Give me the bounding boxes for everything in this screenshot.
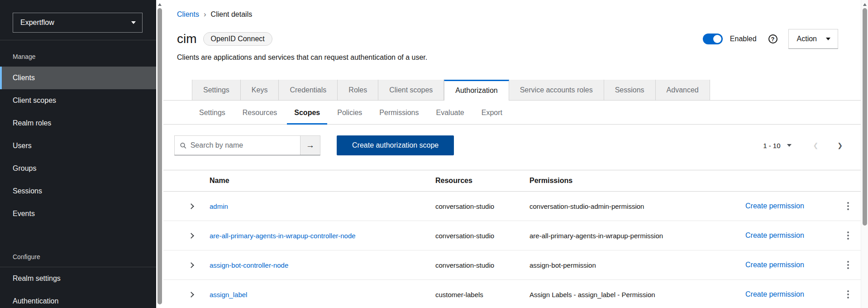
pagination: 1 - 10 ❮ ❯ bbox=[763, 142, 843, 149]
search-icon bbox=[180, 142, 186, 149]
chevron-right-icon bbox=[188, 203, 194, 209]
realm-name: Expertflow bbox=[20, 19, 54, 27]
nav-section-configure: Configure bbox=[0, 225, 156, 267]
breadcrumb-clients-link[interactable]: Clients bbox=[177, 10, 199, 19]
tab-sessions[interactable]: Sessions bbox=[604, 80, 656, 101]
main-content: Clients › Client details cim OpenID Conn… bbox=[163, 0, 861, 308]
chevron-down-icon bbox=[826, 38, 830, 40]
permission-cell: conversation-studio-admin-permission bbox=[529, 202, 745, 210]
sidebar-item-realm-settings[interactable]: Realm settings bbox=[0, 267, 156, 290]
client-header: cim OpenID Connect Enabled ? Action bbox=[177, 29, 838, 49]
tab-credentials[interactable]: Credentials bbox=[279, 80, 338, 101]
breadcrumb: Clients › Client details bbox=[177, 10, 861, 19]
sidebar-item-client-scopes[interactable]: Client scopes bbox=[0, 89, 156, 112]
permission-cell: are-all-primary-agents-in-wrapup-permiss… bbox=[529, 232, 745, 240]
resource-cell: conversation-studio bbox=[435, 261, 529, 269]
scrollbar-thumb[interactable] bbox=[157, 8, 162, 304]
client-tabs: Settings Keys Credentials Roles Client s… bbox=[163, 80, 861, 101]
action-dropdown-button[interactable]: Action bbox=[788, 29, 838, 49]
scopes-toolbar: → Create authorization scope 1 - 10 ❮ ❯ bbox=[174, 135, 843, 155]
scrollbar-thumb[interactable] bbox=[863, 8, 867, 226]
column-header-permissions: Permissions bbox=[529, 177, 745, 185]
scope-name-link[interactable]: assign_label bbox=[200, 291, 435, 298]
subtab-evaluate[interactable]: Evaluate bbox=[429, 101, 472, 125]
header-controls: Enabled ? Action bbox=[703, 29, 838, 49]
table-row: are-all-primary-agents-in-wrapup-control… bbox=[163, 221, 861, 250]
subtab-settings[interactable]: Settings bbox=[192, 101, 233, 125]
create-authorization-scope-button[interactable]: Create authorization scope bbox=[337, 135, 454, 155]
enabled-label: Enabled bbox=[730, 35, 757, 43]
sidebar-item-authentication[interactable]: Authentication bbox=[0, 290, 156, 308]
row-expander[interactable] bbox=[182, 288, 200, 301]
tab-settings[interactable]: Settings bbox=[192, 80, 241, 101]
tab-authorization[interactable]: Authorization bbox=[444, 80, 509, 101]
row-expander[interactable] bbox=[182, 200, 200, 213]
tab-keys[interactable]: Keys bbox=[241, 80, 279, 101]
subtab-scopes[interactable]: Scopes bbox=[287, 101, 327, 125]
table-header: Name Resources Permissions bbox=[163, 170, 861, 192]
sidebar-item-events[interactable]: Events bbox=[0, 202, 156, 225]
create-permission-link[interactable]: Create permission bbox=[745, 202, 835, 210]
page-scrollbar bbox=[861, 0, 868, 308]
subtab-export[interactable]: Export bbox=[474, 101, 510, 125]
pagination-range: 1 - 10 bbox=[763, 142, 780, 149]
kebab-menu-button[interactable] bbox=[844, 258, 852, 272]
table-row: assign-bot-controller-node conversation-… bbox=[163, 250, 861, 280]
row-expander[interactable] bbox=[182, 229, 200, 242]
chevron-right-icon bbox=[188, 292, 194, 298]
sidebar-item-realm-roles[interactable]: Realm roles bbox=[0, 112, 156, 135]
tab-advanced[interactable]: Advanced bbox=[656, 80, 710, 101]
table-row: admin conversation-studio conversation-s… bbox=[163, 192, 861, 221]
scope-name-link[interactable]: assign-bot-controller-node bbox=[200, 261, 435, 269]
scope-name-link[interactable]: are-all-primary-agents-in-wrapup-control… bbox=[200, 232, 435, 240]
kebab-menu-button[interactable] bbox=[844, 199, 852, 213]
sidebar-item-clients[interactable]: Clients bbox=[0, 67, 156, 89]
tab-roles[interactable]: Roles bbox=[338, 80, 378, 101]
authorization-scopes-table: Name Resources Permissions admin convers… bbox=[163, 170, 861, 308]
sidebar-item-users[interactable]: Users bbox=[0, 135, 156, 157]
resource-cell: conversation-studio bbox=[435, 232, 529, 240]
tab-client-scopes[interactable]: Client scopes bbox=[378, 80, 444, 101]
nav-section-manage: Manage bbox=[0, 40, 156, 67]
tab-service-accounts-roles[interactable]: Service accounts roles bbox=[509, 80, 604, 101]
authorization-subtabs: Settings Resources Scopes Policies Permi… bbox=[163, 101, 861, 125]
subtab-permissions[interactable]: Permissions bbox=[372, 101, 426, 125]
chevron-down-icon bbox=[787, 144, 792, 147]
breadcrumb-current: Client details bbox=[211, 10, 253, 19]
search-group: → bbox=[174, 135, 320, 155]
subtab-resources[interactable]: Resources bbox=[235, 101, 284, 125]
sidebar: Expertflow Manage Clients Client scopes … bbox=[0, 0, 156, 308]
realm-selector[interactable]: Expertflow bbox=[13, 13, 143, 33]
search-input[interactable] bbox=[191, 141, 296, 149]
search-box bbox=[175, 136, 300, 155]
sidebar-item-sessions[interactable]: Sessions bbox=[0, 180, 156, 202]
scope-name-link[interactable]: admin bbox=[200, 202, 435, 210]
protocol-badge: OpenID Connect bbox=[203, 32, 272, 46]
chevron-right-icon: › bbox=[204, 10, 206, 19]
resource-cell: customer-labels bbox=[435, 291, 529, 298]
pagination-range-dropdown[interactable]: 1 - 10 bbox=[763, 142, 791, 149]
page-title: cim bbox=[177, 32, 197, 46]
table-row: assign_label customer-labels Assign Labe… bbox=[163, 280, 861, 308]
column-header-name: Name bbox=[200, 177, 435, 185]
resource-cell: conversation-studio bbox=[435, 202, 529, 210]
create-permission-link[interactable]: Create permission bbox=[745, 261, 835, 269]
kebab-menu-button[interactable] bbox=[844, 229, 852, 242]
subtab-policies[interactable]: Policies bbox=[330, 101, 369, 125]
sidebar-item-groups[interactable]: Groups bbox=[0, 157, 156, 180]
sidebar-nav: Manage Clients Client scopes Realm roles… bbox=[0, 40, 156, 308]
pagination-prev-button[interactable]: ❮ bbox=[813, 142, 819, 149]
create-permission-link[interactable]: Create permission bbox=[745, 290, 835, 298]
row-expander[interactable] bbox=[182, 259, 200, 272]
search-submit-button[interactable]: → bbox=[300, 136, 320, 155]
scroll-up-icon[interactable] bbox=[158, 3, 162, 6]
create-permission-link[interactable]: Create permission bbox=[745, 231, 835, 240]
permission-cell: assign-bot-permission bbox=[529, 261, 745, 269]
pagination-next-button[interactable]: ❯ bbox=[837, 142, 843, 149]
scroll-up-icon[interactable] bbox=[863, 3, 867, 6]
kebab-menu-button[interactable] bbox=[844, 288, 852, 301]
toggle-knob bbox=[713, 35, 721, 43]
enabled-toggle[interactable] bbox=[703, 34, 723, 44]
client-description: Clients are applications and services th… bbox=[177, 53, 838, 62]
help-icon[interactable]: ? bbox=[768, 34, 777, 43]
